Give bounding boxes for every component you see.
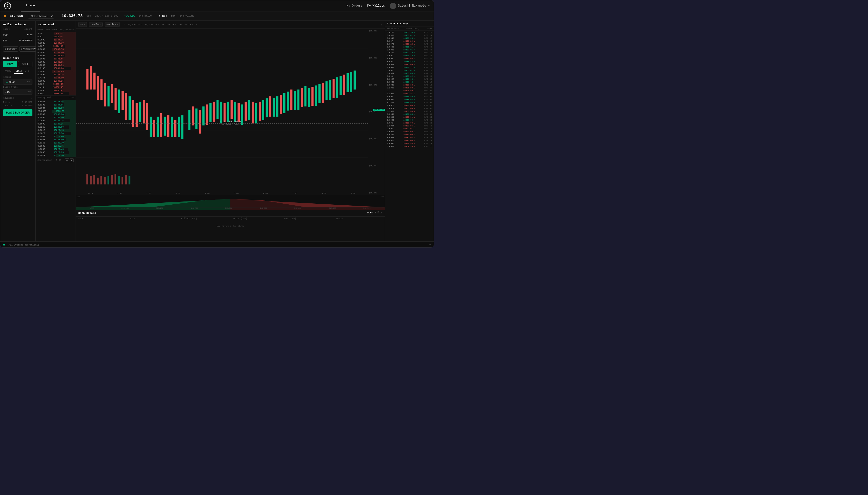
place-order-button[interactable]: PLACE BUY ORDER — [3, 109, 32, 116]
buy-price: 10333.00 — [54, 110, 64, 113]
trade-time: 9:50:02 — [424, 37, 432, 39]
buy-order-row[interactable]: 0.1022 10327.50 - — [36, 132, 76, 135]
sell-order-row[interactable]: 3.14 10344.45 - — [36, 32, 76, 35]
limit-price-input[interactable] — [5, 90, 27, 93]
sell-order-row[interactable]: 1.007 10344.00 - — [36, 45, 76, 48]
trade-price: 10336.78 ↗ — [403, 31, 416, 33]
svg-rect-75 — [336, 77, 338, 98]
sell-order-row[interactable]: 1.0000 10340.65 - — [36, 70, 76, 73]
buy-order-row[interactable]: 3.0268 10329.00 - — [36, 125, 76, 129]
svg-rect-82 — [90, 176, 92, 184]
sell-order-row[interactable]: 0.1000 10342.65 - — [36, 57, 76, 61]
buy-order-row[interactable]: 0.0999 10329.25 - — [36, 122, 76, 125]
buy-order-row[interactable]: 0.0037 10326.60 - — [36, 135, 76, 138]
sell-order-row[interactable]: 2.0000 10342.85 - — [36, 54, 76, 57]
fills-tab[interactable]: Fills — [375, 211, 382, 215]
chart-scroll-right[interactable]: ▶ — [381, 24, 382, 26]
sell-order-row[interactable]: 3.0000 10339.25 - — [36, 80, 76, 83]
svg-rect-36 — [199, 110, 201, 134]
svg-rect-81 — [86, 174, 88, 184]
trade-size: 0.1667 — [387, 110, 396, 112]
trade-size: 0.3442 — [387, 113, 396, 115]
user-info[interactable]: Satoshi Nakamoto ▾ — [390, 3, 430, 9]
trade-history-row: 0.007 10338.42 ↗ 9:49:35 — [385, 60, 434, 63]
buy-order-row[interactable]: 0.7599 10332.90 - — [36, 113, 76, 116]
buy-order-row[interactable]: 1.0000 10325.45 - — [36, 148, 76, 151]
settings-icon[interactable]: ⚙ — [429, 243, 431, 246]
max-link[interactable]: Max — [5, 81, 8, 83]
chevron-down-icon: ▾ — [428, 4, 430, 7]
svg-rect-87 — [108, 176, 109, 184]
svg-rect-23 — [150, 117, 152, 137]
buy-my-size: - — [72, 117, 73, 119]
wallet-usd-amount: 0.00 — [27, 34, 32, 36]
open-orders-header: Open Orders Open Fills — [76, 210, 385, 217]
sell-order-row[interactable]: 0.5922 10344.30 - — [36, 41, 76, 45]
mid-price-label: Mid Market Price — [220, 123, 241, 125]
my-wallets-link[interactable]: My Wallets — [367, 4, 385, 7]
trade-tab[interactable]: Trade — [21, 0, 40, 12]
sell-order-row[interactable]: 0.2999 10344.35 - — [36, 38, 76, 41]
sell-order-row[interactable]: 0.1000 10342.90 - — [36, 51, 76, 54]
sell-order-row[interactable]: 0.01 10344.40 - — [36, 35, 76, 38]
sell-order-row[interactable]: 5.601 10336.30 - — [36, 92, 76, 95]
my-orders-link[interactable]: My Orders — [347, 4, 363, 7]
trade-history-row: 0.0463 10336.71 ↗ 9:49:48 — [385, 45, 434, 48]
agg-increase-button[interactable]: + — [70, 158, 73, 162]
buy-price: 10327.50 — [54, 132, 64, 135]
current-price-tag: $10,336.78 — [373, 109, 385, 111]
trade-time: 9:49:20 — [424, 72, 432, 74]
buy-order-row[interactable]: 0.0500 10325.75 - — [36, 144, 76, 148]
deposit-button[interactable]: ⊕ DEPOSIT — [3, 46, 18, 52]
withdraw-button[interactable]: ⊖ WITHDRAW — [19, 46, 37, 52]
svg-rect-55 — [266, 98, 268, 117]
sell-tab[interactable]: SELL — [18, 61, 32, 67]
sell-order-row[interactable]: 2.0000 10341.95 - — [36, 64, 76, 67]
buy-order-row[interactable]: 0.0010 10328.15 - — [36, 129, 76, 132]
trade-size: 0.001 — [387, 69, 396, 71]
agg-decrease-button[interactable]: − — [65, 158, 69, 162]
svg-rect-78 — [346, 73, 349, 92]
buy-order-row[interactable]: 4.0045 10335.05 - — [36, 100, 76, 103]
chart-type-control[interactable]: Candle ▾ — [89, 22, 103, 27]
sell-order-row[interactable]: 0.7599 10340.35 - — [36, 73, 76, 76]
buy-tab[interactable]: BUY — [3, 61, 17, 67]
open-tab[interactable]: Open — [367, 211, 373, 215]
sell-size: 2.414 — [37, 86, 44, 89]
overlay-control[interactable]: Overlay ▾ — [104, 22, 120, 27]
sell-order-row[interactable]: 0.0688 10342.15 - — [36, 61, 76, 64]
sell-order-row[interactable]: 0.6100 10341.80 - — [36, 67, 76, 70]
sell-order-row[interactable]: 3.000 10336.35 - — [36, 89, 76, 92]
buy-order-row[interactable]: 25.3000 10333.00 - — [36, 109, 76, 113]
sell-order-row[interactable]: 2.414 10336.55 - — [36, 86, 76, 89]
ticker-bar: ₿ BTC-USD Select Market 10,336.78 USD La… — [0, 12, 434, 21]
limit-tab[interactable]: LIMIT — [14, 69, 23, 74]
buy-order-row[interactable]: 6.0000 10325.25 - — [36, 151, 76, 154]
market-select[interactable]: Select Market — [28, 14, 54, 18]
buy-order-row[interactable]: 0.0023 10326.40 - — [36, 138, 76, 141]
buy-order-row[interactable]: 0.0984 10333.50 - — [36, 106, 76, 109]
buy-order-row[interactable]: 0.6168 10326.30 - — [36, 141, 76, 144]
sell-my-size: - — [72, 36, 73, 38]
trade-size: 0.0046 — [387, 81, 396, 83]
buy-order-row[interactable]: 1.2904 10329.35 - — [36, 119, 76, 122]
sell-order-row[interactable]: 0.132 10337.35 - — [36, 83, 76, 86]
depth-label-6: $10,430 — [294, 207, 301, 209]
sell-order-row[interactable]: 0.0047 10343.75 - — [36, 48, 76, 51]
oo-col-filled: Filled (BTC) — [181, 218, 228, 220]
buy-order-row[interactable]: 3.0000 10331.00 - — [36, 116, 76, 119]
buy-order-row[interactable]: 2.5100 10334.95 - — [36, 103, 76, 106]
trade-history-row: 0.0093 10336.69 ↘ 9:49:30 — [385, 63, 434, 66]
sell-order-row[interactable]: 1.4371 10340.00 - — [36, 76, 76, 80]
price-change: +0.33% — [124, 14, 135, 18]
stop-tab[interactable]: STOP — [23, 69, 32, 74]
logo-icon[interactable]: C — [4, 2, 11, 9]
buy-order-row[interactable]: 0.0021 10324.50 - — [36, 154, 76, 157]
advanced-row[interactable]: Advanced ▾ — [0, 96, 35, 101]
amount-input[interactable] — [9, 80, 27, 83]
svg-rect-27 — [164, 117, 166, 136]
chart-area[interactable]: $10,425 $10,400 $10,375 $10,350 $10,336.… — [76, 29, 385, 195]
trade-price: 10338.46 ↗ — [403, 72, 416, 74]
time-period-control[interactable]: 5m ▾ — [78, 22, 87, 27]
market-tab[interactable]: MARKET — [3, 69, 14, 74]
